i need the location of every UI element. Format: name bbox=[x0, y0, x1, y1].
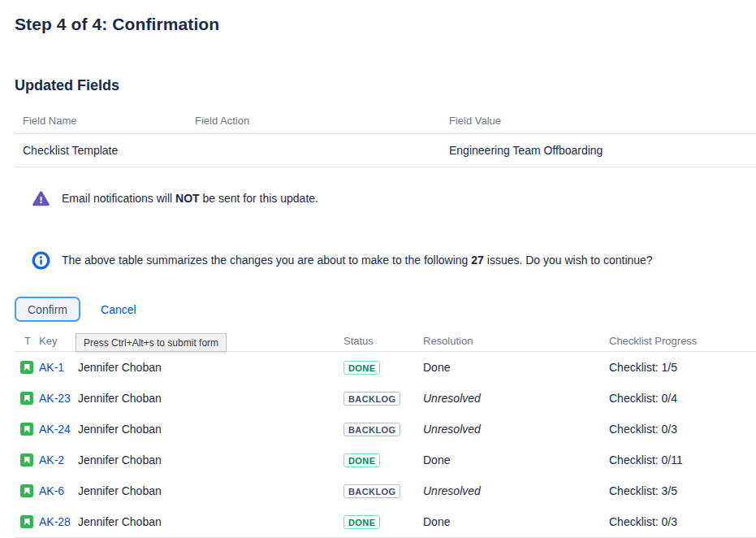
warning-text-post: be sent for this update. bbox=[200, 192, 318, 205]
status-badge: DONE bbox=[343, 515, 380, 529]
issues-table: T Key Status Resolution Checklist Progre… bbox=[15, 330, 756, 538]
checklist-progress: Checklist: 0/3 bbox=[609, 515, 756, 528]
warning-triangle-icon bbox=[31, 189, 50, 208]
table-row: AK-6 Jennifer Choban BACKLOG Unresolved … bbox=[15, 475, 756, 506]
column-resolution: Resolution bbox=[423, 335, 609, 347]
table-row: AK-23 Jennifer Choban BACKLOG Unresolved… bbox=[15, 383, 756, 414]
issue-summary: Jennifer Choban bbox=[78, 392, 343, 405]
issue-resolution: Unresolved bbox=[423, 484, 609, 497]
issue-key-link[interactable]: AK-6 bbox=[39, 484, 64, 497]
issue-key-link[interactable]: AK-23 bbox=[39, 392, 71, 405]
column-field-value: Field Value bbox=[441, 111, 756, 133]
status-badge: DONE bbox=[343, 453, 380, 467]
checklist-progress: Checklist: 0/11 bbox=[609, 453, 756, 466]
column-status: Status bbox=[343, 335, 423, 347]
story-type-icon bbox=[20, 453, 33, 466]
column-field-action: Field Action bbox=[187, 111, 441, 133]
issue-resolution: Done bbox=[423, 515, 609, 528]
checklist-progress: Checklist: 3/5 bbox=[609, 484, 756, 497]
table-row: AK-24 Jennifer Choban BACKLOG Unresolved… bbox=[15, 414, 756, 445]
updated-fields-table: Field Name Field Action Field Value Chec… bbox=[15, 111, 756, 167]
issue-resolution: Unresolved bbox=[423, 392, 609, 405]
issue-resolution: Unresolved bbox=[423, 423, 609, 436]
info-text-pre: The above table summarizes the changes y… bbox=[62, 254, 471, 267]
table-row: Checklist Template Engineering Team Offb… bbox=[15, 134, 756, 167]
story-type-icon bbox=[20, 392, 33, 405]
email-warning-notice: Email notifications will NOT be sent for… bbox=[31, 189, 756, 208]
info-circle-icon bbox=[31, 250, 50, 270]
field-value-value: Engineering Team Offboarding bbox=[441, 134, 756, 167]
page-title: Step 4 of 4: Confirmation bbox=[15, 15, 756, 34]
column-type: T bbox=[15, 335, 39, 347]
confirm-info-notice: The above table summarizes the changes y… bbox=[31, 250, 756, 270]
story-type-icon bbox=[20, 515, 33, 528]
field-name-value: Checklist Template bbox=[15, 134, 187, 167]
info-text-post: issues. Do you wish to continue? bbox=[484, 254, 653, 267]
story-type-icon bbox=[20, 361, 33, 374]
story-type-icon bbox=[20, 423, 33, 436]
status-badge: BACKLOG bbox=[343, 423, 400, 436]
issue-resolution: Done bbox=[423, 453, 609, 466]
checklist-progress: Checklist: 1/5 bbox=[609, 361, 756, 374]
table-row: AK-1 Jennifer Choban DONE Done Checklist… bbox=[15, 352, 756, 383]
cancel-link[interactable]: Cancel bbox=[101, 303, 136, 316]
issue-resolution: Done bbox=[423, 361, 609, 374]
email-warning-text: Email notifications will NOT be sent for… bbox=[62, 192, 318, 205]
issue-summary: Jennifer Choban bbox=[78, 361, 343, 374]
issue-summary: Jennifer Choban bbox=[78, 423, 343, 436]
warning-text-bold: NOT bbox=[175, 192, 200, 205]
issue-key-link[interactable]: AK-1 bbox=[39, 361, 64, 374]
issue-key-link[interactable]: AK-2 bbox=[39, 453, 64, 466]
table-row: AK-28 Jennifer Choban DONE Done Checklis… bbox=[15, 506, 756, 537]
table-row: AK-2 Jennifer Choban DONE Done Checklist… bbox=[15, 445, 756, 475]
checklist-progress: Checklist: 0/4 bbox=[609, 392, 756, 405]
updated-fields-header-row: Field Name Field Action Field Value bbox=[15, 111, 756, 134]
column-key: Key bbox=[39, 335, 78, 347]
story-type-icon bbox=[20, 484, 33, 497]
column-field-name: Field Name bbox=[15, 111, 187, 133]
warning-text-pre: Email notifications will bbox=[62, 192, 175, 205]
confirm-info-text: The above table summarizes the changes y… bbox=[62, 254, 653, 267]
action-bar: Confirm Cancel bbox=[15, 297, 756, 322]
status-badge: BACKLOG bbox=[343, 484, 400, 498]
submit-shortcut-tooltip: Press Ctrl+Alt+s to submit form bbox=[76, 333, 227, 352]
status-badge: BACKLOG bbox=[343, 392, 400, 406]
column-checklist-progress: Checklist Progress bbox=[609, 335, 756, 347]
confirm-button[interactable]: Confirm bbox=[15, 297, 80, 322]
issue-summary: Jennifer Choban bbox=[78, 515, 343, 528]
issue-summary: Jennifer Choban bbox=[78, 484, 343, 497]
info-text-bold: 27 bbox=[471, 254, 484, 267]
issue-key-link[interactable]: AK-24 bbox=[39, 423, 71, 436]
updated-fields-heading: Updated Fields bbox=[15, 77, 756, 94]
checklist-progress: Checklist: 0/3 bbox=[609, 423, 756, 436]
field-action-value bbox=[187, 134, 441, 167]
issue-key-link[interactable]: AK-28 bbox=[39, 515, 71, 528]
status-badge: DONE bbox=[343, 361, 380, 375]
issue-summary: Jennifer Choban bbox=[78, 453, 343, 466]
